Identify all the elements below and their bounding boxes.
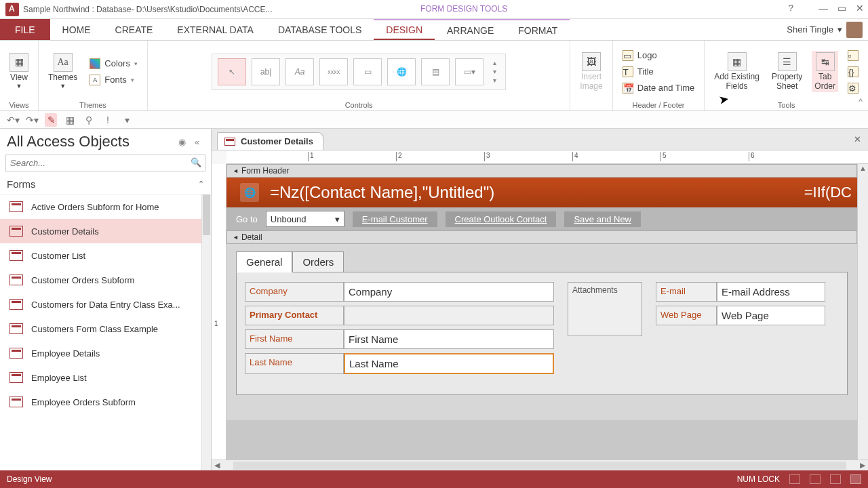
qat-more-icon[interactable]: ▾ — [121, 115, 133, 125]
datasheet-view-icon[interactable] — [810, 474, 821, 484]
vertical-ruler[interactable]: 1 — [212, 164, 226, 460]
header-logo-icon[interactable]: 🌐 — [240, 183, 259, 202]
header-right-expression[interactable]: =IIf(DC — [804, 184, 852, 201]
button-tool-icon[interactable]: xxxx — [319, 58, 348, 85]
tab-file[interactable]: FILE — [0, 19, 50, 40]
primary-contact-label[interactable]: Primary Contact — [245, 306, 344, 325]
form-header-area[interactable]: 🌐 =Nz([Contact Name],"Untitled") =IIf(DC — [226, 178, 857, 207]
nav-scrollbar[interactable] — [201, 195, 211, 470]
design-view-icon[interactable] — [850, 474, 861, 484]
insert-image-button[interactable]: 🖼Insert Image — [577, 51, 605, 92]
tab-arrange[interactable]: ARRANGE — [435, 19, 506, 40]
fonts-button[interactable]: AFonts ▾ — [87, 73, 140, 87]
close-document-icon[interactable]: ✕ — [854, 134, 861, 144]
nav-item[interactable]: Customers for Data Entry Class Exa... — [0, 292, 211, 317]
scrollbar-thumb[interactable] — [203, 195, 210, 235]
subform-new-window-button[interactable]: ▫ — [845, 49, 861, 62]
tab-home[interactable]: HOME — [50, 19, 103, 40]
email-customer-button[interactable]: E-mail Customer — [353, 211, 437, 227]
nav-item[interactable]: Customer Details — [0, 219, 211, 243]
qat-save-icon[interactable]: ! — [102, 115, 114, 125]
tab-order-button[interactable]: ↹Tab Order — [812, 51, 838, 92]
webpage-label[interactable]: Web Page — [656, 306, 717, 325]
nav-item[interactable]: Active Orders Subform for Home — [0, 195, 211, 219]
detail-area[interactable]: General Orders CompanyCompany Primary Co… — [226, 244, 857, 420]
user-account[interactable]: Sheri Tingle▾ — [787, 19, 868, 40]
horizontal-scrollbar[interactable]: ◀▶ — [212, 460, 868, 470]
nav-menu-icon[interactable]: ◉ — [178, 137, 191, 147]
form-view-icon[interactable] — [789, 474, 800, 484]
scroll-left-icon[interactable]: ◀ — [212, 461, 222, 470]
tab-external-data[interactable]: EXTERNAL DATA — [165, 19, 266, 40]
attachments-control[interactable]: Attachments — [568, 282, 642, 336]
create-outlook-contact-button[interactable]: Create Outlook Contact — [446, 211, 557, 227]
restore-icon[interactable]: ▭ — [837, 3, 846, 14]
title-button[interactable]: TTitle — [620, 65, 698, 79]
tab-general[interactable]: General — [236, 251, 292, 272]
email-label[interactable]: E-mail — [656, 282, 717, 302]
select-tool-icon[interactable]: ↖ — [218, 58, 246, 85]
nav-item[interactable]: Employee List — [0, 365, 211, 390]
logo-button[interactable]: ▭Logo — [620, 49, 698, 62]
undo-icon[interactable]: ↶▾ — [7, 115, 19, 125]
nav-heading[interactable]: All Access Objects — [7, 133, 178, 150]
layout-view-icon[interactable] — [830, 474, 841, 484]
view-code-button[interactable]: {} — [845, 65, 861, 79]
first-name-label[interactable]: First Name — [245, 329, 344, 349]
save-and-new-button[interactable]: Save and New — [564, 211, 641, 227]
tab-control-icon[interactable]: ▭ — [353, 58, 382, 85]
combo-tool-icon[interactable]: ▭▾ — [455, 58, 484, 85]
scrollbar-track[interactable] — [233, 462, 846, 470]
themes-button[interactable]: AaThemes▼ — [45, 52, 80, 92]
nav-category-forms[interactable]: Forms⌃ — [0, 174, 211, 195]
hyperlink-tool-icon[interactable]: 🌐 — [387, 58, 416, 85]
scroll-right-icon[interactable]: ▶ — [857, 461, 868, 470]
add-existing-fields-button[interactable]: ▦Add Existing Fields — [711, 51, 762, 92]
nav-item[interactable]: Customer Orders Subform — [0, 268, 211, 292]
nav-search[interactable]: 🔍 — [5, 155, 205, 171]
nav-item[interactable]: Customers Form Class Example — [0, 317, 211, 341]
nav-item[interactable]: Employee Orders Subform — [0, 390, 211, 414]
header-title-expression[interactable]: =Nz([Contact Name],"Untitled") — [270, 183, 494, 202]
detail-tab-control[interactable]: General Orders — [236, 251, 848, 272]
nav-item[interactable]: Customer List — [0, 243, 211, 268]
company-label[interactable]: Company — [245, 282, 344, 302]
tab-orders[interactable]: Orders — [292, 251, 344, 272]
search-icon[interactable]: 🔍 — [191, 157, 201, 167]
gallery-more[interactable]: ▴▾▾ — [489, 59, 500, 84]
qat-filter-icon[interactable]: ⚲ — [83, 115, 95, 125]
tab-database-tools[interactable]: DATABASE TOOLS — [266, 19, 374, 40]
company-field[interactable]: Company — [344, 282, 554, 302]
tab-format[interactable]: FORMAT — [506, 19, 570, 40]
design-canvas[interactable]: ◄Form Header 🌐 =Nz([Contact Name],"Untit… — [226, 164, 857, 460]
nav-item[interactable]: Employee Details — [0, 341, 211, 365]
tab-create[interactable]: CREATE — [103, 19, 165, 40]
first-name-field[interactable]: First Name — [344, 329, 554, 349]
last-name-label[interactable]: Last Name — [245, 353, 344, 374]
document-tab[interactable]: Customer Details — [217, 132, 323, 150]
colors-button[interactable]: Colors ▾ — [87, 57, 140, 70]
minimize-icon[interactable]: — — [818, 3, 828, 14]
last-name-field[interactable]: Last Name — [344, 353, 554, 374]
navigation-tool-icon[interactable]: ▤ — [421, 58, 450, 85]
redo-icon[interactable]: ↷▾ — [26, 115, 38, 125]
qat-design-view-icon[interactable]: ✎ — [45, 113, 57, 127]
horizontal-ruler[interactable]: 1 2 3 4 5 6 — [226, 150, 868, 164]
tab-design[interactable]: DESIGN — [374, 19, 435, 40]
search-input[interactable] — [5, 155, 205, 171]
collapse-ribbon-icon[interactable]: ^ — [859, 97, 863, 106]
property-sheet-button[interactable]: ☰Property Sheet — [769, 51, 805, 92]
help-icon[interactable]: ? — [789, 3, 793, 13]
email-field[interactable]: E-mail Address — [717, 282, 825, 302]
close-icon[interactable]: ✕ — [856, 3, 864, 14]
controls-gallery[interactable]: ↖ ab| Aa xxxx ▭ 🌐 ▤ ▭▾ ▴▾▾ — [212, 54, 506, 90]
webpage-field[interactable]: Web Page — [717, 306, 825, 325]
view-button[interactable]: ▦View▼ — [7, 52, 31, 92]
nav-collapse-icon[interactable]: « — [195, 137, 204, 147]
label-tool-icon[interactable]: Aa — [285, 58, 314, 85]
scroll-up-icon[interactable]: ▲ — [858, 164, 868, 175]
textbox-tool-icon[interactable]: ab| — [252, 58, 280, 85]
datetime-button[interactable]: 📅Date and Time — [620, 81, 698, 95]
collapse-category-icon[interactable]: ⌃ — [198, 180, 204, 188]
qat-datasheet-icon[interactable]: ▦ — [64, 115, 76, 125]
